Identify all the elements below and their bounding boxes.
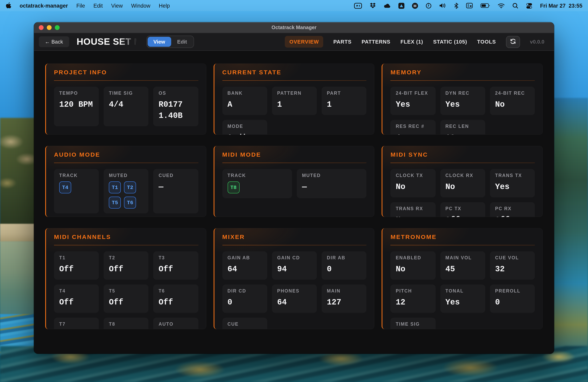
- stat-label: T8: [109, 322, 143, 326]
- stat-label: TONAL: [445, 288, 480, 293]
- stat-value: Off: [59, 264, 94, 275]
- nav-tabs: OVERVIEW PARTS PATTERNS FLEX (1) STATIC …: [285, 36, 545, 48]
- stat-label: DYN REC: [445, 91, 480, 96]
- stat-value: 0: [227, 297, 262, 308]
- stat-value: No: [396, 215, 430, 217]
- stat-value: Off: [445, 215, 480, 217]
- card-title: MIDI CHANNELS: [54, 233, 198, 240]
- stat-label: T3: [159, 255, 193, 260]
- menu-app-name[interactable]: octatrack-manager: [20, 3, 68, 9]
- stat-res-rec: RES REC # 4: [391, 120, 435, 135]
- stat-value: 1: [277, 99, 312, 110]
- battery-icon[interactable]: [480, 3, 490, 8]
- stat-channel-t5: T5 Off: [104, 285, 148, 313]
- stat-value: Audio: [227, 132, 262, 135]
- tab-flex[interactable]: FLEX (1): [400, 36, 423, 48]
- screen-mirroring-icon[interactable]: [354, 3, 362, 9]
- stat-value: A: [227, 99, 262, 110]
- muted-chip-t2: T2: [124, 181, 136, 193]
- stat-midi-muted: MUTED —: [297, 169, 367, 198]
- stat-value: Off: [159, 264, 193, 275]
- stat-label: 24-BIT FLEX: [396, 91, 430, 96]
- edit-toggle-button[interactable]: Edit: [171, 37, 193, 47]
- stat-value: 4/4: [109, 99, 143, 110]
- triangle-app-icon[interactable]: [399, 3, 404, 9]
- stat-audio-track: TRACK T4: [54, 169, 99, 213]
- menu-item-file[interactable]: File: [76, 3, 85, 9]
- svg-text:M: M: [414, 4, 417, 8]
- wallpaper-beach: [0, 224, 35, 242]
- refresh-button[interactable]: [506, 36, 520, 48]
- stat-value: 0: [327, 264, 361, 275]
- stat-value: —: [159, 181, 193, 192]
- stat-pitch: PITCH 12: [391, 285, 435, 313]
- stat-label: MUTED: [302, 173, 361, 178]
- stat-dyn-rec: DYN REC Yes: [440, 87, 485, 115]
- menu-item-help[interactable]: Help: [159, 3, 170, 9]
- stat-value: 94: [277, 264, 312, 275]
- window-titlebar[interactable]: Octatrack Manager: [34, 22, 554, 33]
- zoom-window-button[interactable]: [55, 25, 60, 30]
- stat-channel-auto: AUTO Off: [153, 318, 198, 329]
- card-divider: [391, 245, 535, 245]
- stat-mode: MODE Audio: [222, 120, 267, 135]
- stat-label: CUED: [159, 173, 193, 178]
- view-edit-toggle: View Edit: [146, 36, 194, 48]
- stat-cue-vol: CUE VOL 32: [490, 251, 535, 280]
- close-window-button[interactable]: [39, 25, 43, 30]
- tab-tools[interactable]: TOOLS: [477, 36, 496, 48]
- menu-item-window[interactable]: Window: [131, 3, 150, 9]
- stat-value: 127: [327, 297, 361, 308]
- stat-phones: PHONES 64: [272, 285, 317, 313]
- tab-parts[interactable]: PARTS: [333, 36, 352, 48]
- stat-trans-tx: TRANS TX Yes: [490, 169, 535, 197]
- stat-gain-cd: GAIN CD 94: [272, 251, 317, 280]
- stat-pattern: PATTERN 1: [272, 87, 317, 115]
- stat-value: 4: [396, 132, 430, 135]
- m-app-icon[interactable]: M: [412, 3, 418, 9]
- muted-chip-t5: T5: [109, 197, 121, 209]
- control-center-icon[interactable]: [526, 3, 532, 9]
- cloud-icon[interactable]: [384, 3, 391, 8]
- stat-label: GAIN AB: [227, 255, 262, 260]
- wifi-icon[interactable]: [498, 3, 505, 8]
- track-chip-t4: T4: [59, 181, 71, 193]
- stat-time-sig: TIME SIG 4/4: [104, 87, 148, 126]
- menu-item-edit[interactable]: Edit: [93, 3, 103, 9]
- stat-value: Off: [59, 297, 94, 308]
- spotlight-icon[interactable]: [512, 3, 518, 9]
- menu-item-view[interactable]: View: [111, 3, 123, 9]
- time-machine-icon[interactable]: [426, 3, 432, 9]
- stat-value: No: [396, 181, 430, 192]
- stat-label: AUTO: [159, 322, 193, 326]
- minimize-window-button[interactable]: [47, 25, 52, 30]
- volume-icon[interactable]: [439, 3, 446, 8]
- card-midi-mode: MIDI MODE TRACK T8 MUTED —: [213, 146, 374, 217]
- stat-label: T6: [159, 288, 193, 293]
- apple-menu-icon[interactable]: [6, 2, 11, 9]
- menu-clock[interactable]: Fri Mar 27 23:55: [540, 3, 582, 9]
- stat-cue: CUE 64: [222, 318, 267, 329]
- back-button[interactable]: ← Back: [39, 36, 69, 47]
- tab-overview[interactable]: OVERVIEW: [285, 36, 323, 48]
- input-source-icon[interactable]: [466, 3, 473, 8]
- stat-channel-t4: T4 Off: [54, 285, 99, 313]
- dropbox-icon[interactable]: [370, 3, 376, 9]
- bluetooth-icon[interactable]: [454, 3, 458, 9]
- tab-static[interactable]: STATIC (105): [433, 36, 467, 48]
- card-title: MEMORY: [391, 69, 535, 76]
- stat-label: ENABLED: [396, 255, 430, 260]
- view-toggle-button[interactable]: View: [147, 37, 171, 47]
- tab-patterns[interactable]: PATTERNS: [362, 36, 390, 48]
- stat-label: CUE VOL: [495, 255, 530, 260]
- card-memory: MEMORY 24-BIT FLEX Yes DYN REC Yes 24-BI…: [382, 63, 543, 135]
- stat-label: REC LEN: [445, 124, 480, 129]
- stat-label: DIR CD: [227, 288, 262, 293]
- app-version: v0.0.0: [530, 39, 545, 45]
- stat-value: 45: [445, 264, 480, 275]
- stat-value: 64: [277, 297, 312, 308]
- stat-label: T7: [59, 322, 94, 326]
- menu-bar: octatrack-manager File Edit View Window …: [0, 0, 588, 11]
- stat-label: CLOCK TX: [396, 173, 430, 178]
- stat-clock-tx: CLOCK TX No: [391, 169, 435, 197]
